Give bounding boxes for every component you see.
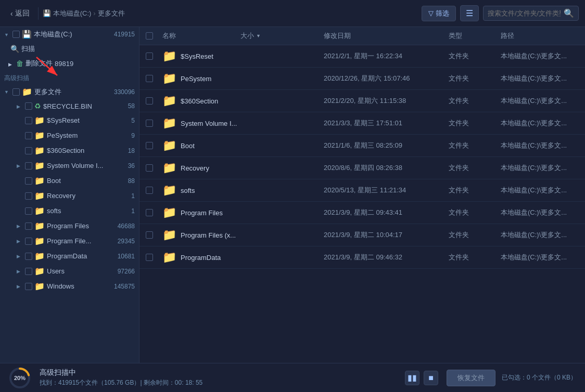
search-input[interactable] (488, 9, 561, 17)
folder-icon: 📁 (34, 146, 45, 155)
back-button[interactable]: ‹ 返回 (6, 7, 34, 20)
sidebar-checkbox[interactable] (25, 283, 32, 290)
cell-path: 本地磁盘(C:)\更多文... (501, 208, 579, 217)
row-checkbox-cell (146, 209, 162, 216)
header-checkbox-cell (146, 32, 162, 40)
breadcrumb-disk: 本地磁盘(C:) (53, 9, 92, 18)
menu-button[interactable]: ☰ (460, 5, 479, 21)
table-row[interactable]: 📁 Program Files 2021/3/9, 星期二 09:43:41 文… (139, 202, 585, 224)
stop-button[interactable]: ■ (424, 371, 438, 385)
sidebar-item-local-disk[interactable]: 💾 本地磁盘(C:) 419915 (0, 27, 139, 42)
row-checkbox[interactable] (146, 120, 153, 127)
sidebar-checkbox[interactable] (25, 223, 32, 230)
sidebar-item[interactable]: 📁 Recovery 1 (0, 188, 139, 203)
folder-icon: 📁 (34, 221, 45, 231)
col-header-type[interactable]: 类型 (449, 31, 501, 41)
col-path-label: 路径 (501, 31, 514, 41)
filter-label: 筛选 (436, 9, 449, 18)
sidebar-item[interactable]: 📁 softs 1 (0, 203, 139, 218)
cell-path: 本地磁盘(C:)\更多文... (501, 96, 579, 106)
progress-percent: 20% (14, 375, 26, 381)
folder-icon: 📁 (34, 176, 45, 186)
sidebar-item[interactable]: 📁 $SysReset 5 (0, 113, 139, 128)
sidebar-item[interactable]: 📁 $360Section 18 (0, 143, 139, 158)
table-row[interactable]: 📁 Boot 2021/1/6, 星期三 08:25:09 文件夹 本地磁盘(C… (139, 135, 585, 157)
cell-type: 文件夹 (449, 163, 501, 173)
breadcrumb: 💾 本地磁盘(C:) › 更多文件 (43, 9, 125, 18)
row-checkbox-cell (146, 120, 162, 127)
sidebar-checkbox[interactable] (25, 102, 32, 110)
sidebar-checkbox[interactable] (12, 88, 20, 96)
col-name-label: 名称 (162, 31, 176, 41)
sidebar-checkbox[interactable] (25, 162, 32, 169)
folder-icon: 📁 (34, 266, 45, 276)
recover-button[interactable]: 恢复文件 (447, 370, 495, 386)
sidebar-item-count: 1 (131, 207, 135, 215)
cell-date: 2021/1/6, 星期三 08:25:09 (324, 141, 449, 150)
sidebar-delete-section[interactable]: 🗑 删除文件 89819 (0, 56, 139, 71)
cell-type: 文件夹 (449, 186, 501, 195)
sidebar-checkbox[interactable] (25, 238, 32, 245)
row-checkbox[interactable] (146, 209, 153, 216)
arrow-icon (17, 103, 23, 109)
sidebar-item[interactable]: 📁 Users 97266 (0, 264, 139, 279)
sidebar-checkbox[interactable] (12, 31, 20, 38)
sidebar-item[interactable]: ♻ $RECYCLE.BIN 58 (0, 99, 139, 113)
row-checkbox[interactable] (146, 231, 153, 239)
table-row[interactable]: 📁 PeSystem 2020/12/26, 星期六 15:07:46 文件夹 … (139, 68, 585, 90)
table-row[interactable]: 📁 Program Files (x... 2021/3/9, 星期二 10:0… (139, 224, 585, 246)
col-header-date[interactable]: 修改日期 (324, 31, 449, 41)
row-checkbox[interactable] (146, 142, 153, 149)
arrow-icon (4, 89, 10, 95)
col-size-label: 大小 (240, 31, 254, 41)
advanced-scan-label: 高级扫描 (4, 74, 29, 82)
table-row[interactable]: 📁 System Volume I... 2021/3/3, 星期三 17:51… (139, 112, 585, 135)
footer: 20% 高级扫描中 找到：419915个文件（105.76 GB）| 剩余时间：… (0, 363, 585, 392)
sidebar-item-count: 36 (128, 162, 135, 169)
sidebar-checkbox[interactable] (25, 147, 32, 154)
sidebar-item[interactable]: 📁 System Volume I... 36 (0, 158, 139, 173)
sidebar-item-label: $360Section (47, 147, 126, 154)
sidebar-item-more-files[interactable]: 📁 更多文件 330096 (0, 84, 139, 99)
col-header-name[interactable]: 名称 (162, 31, 240, 41)
sidebar-checkbox[interactable] (25, 177, 32, 185)
sidebar-checkbox[interactable] (25, 132, 32, 139)
sidebar-item[interactable]: 📁 ProgramData 10681 (0, 249, 139, 264)
row-checkbox[interactable] (146, 187, 153, 194)
cell-path: 本地磁盘(C:)\更多文... (501, 119, 579, 128)
sidebar-item-label: softs (47, 207, 129, 215)
sidebar-item[interactable]: 📁 PeSystem 9 (0, 128, 139, 143)
sidebar-checkbox[interactable] (25, 268, 32, 275)
sidebar-checkbox[interactable] (25, 253, 32, 260)
sidebar-item[interactable]: 📁 Boot 88 (0, 173, 139, 188)
sidebar-item-count: 46688 (118, 223, 135, 230)
table-row[interactable]: 📁 ProgramData 2021/3/9, 星期二 09:46:32 文件夹… (139, 246, 585, 269)
sidebar-checkbox[interactable] (25, 117, 32, 124)
table-row[interactable]: 📁 $SysReset 2021/2/1, 星期一 16:22:34 文件夹 本… (139, 45, 585, 68)
menu-icon: ☰ (466, 9, 473, 18)
footer-controls: ▮▮ ■ (405, 371, 438, 385)
sidebar-item[interactable]: 📁 Program File... 29345 (0, 233, 139, 249)
col-size-sort-icon: ▼ (256, 33, 261, 38)
row-checkbox[interactable] (146, 53, 153, 60)
sidebar-checkbox[interactable] (25, 207, 32, 215)
sidebar-checkbox[interactable] (25, 192, 32, 200)
pause-button[interactable]: ▮▮ (405, 371, 419, 385)
sidebar-item-label: Windows (47, 282, 112, 290)
sidebar-item[interactable]: 📁 Program Files 46688 (0, 218, 139, 233)
col-header-size[interactable]: 大小 ▼ (240, 31, 324, 41)
sidebar-item[interactable]: 📁 Windows 145875 (0, 279, 139, 294)
sidebar-delete-count: 89819 (55, 60, 73, 68)
row-checkbox[interactable] (146, 75, 153, 82)
cell-date: 2021/3/9, 星期二 10:04:17 (324, 230, 449, 240)
table-row[interactable]: 📁 softs 2020/5/13, 星期三 11:21:34 文件夹 本地磁盘… (139, 179, 585, 202)
table-row[interactable]: 📁 Recovery 2020/8/6, 星期四 08:26:38 文件夹 本地… (139, 157, 585, 179)
arrow-icon (17, 238, 23, 244)
row-checkbox[interactable] (146, 97, 153, 104)
row-checkbox[interactable] (146, 164, 153, 172)
filter-button[interactable]: ▽ 筛选 (422, 6, 456, 21)
table-row[interactable]: 📁 $360Section 2021/2/20, 星期六 11:15:38 文件… (139, 90, 585, 112)
select-all-checkbox[interactable] (146, 32, 153, 40)
col-header-path[interactable]: 路径 (501, 31, 579, 41)
row-checkbox[interactable] (146, 254, 153, 261)
